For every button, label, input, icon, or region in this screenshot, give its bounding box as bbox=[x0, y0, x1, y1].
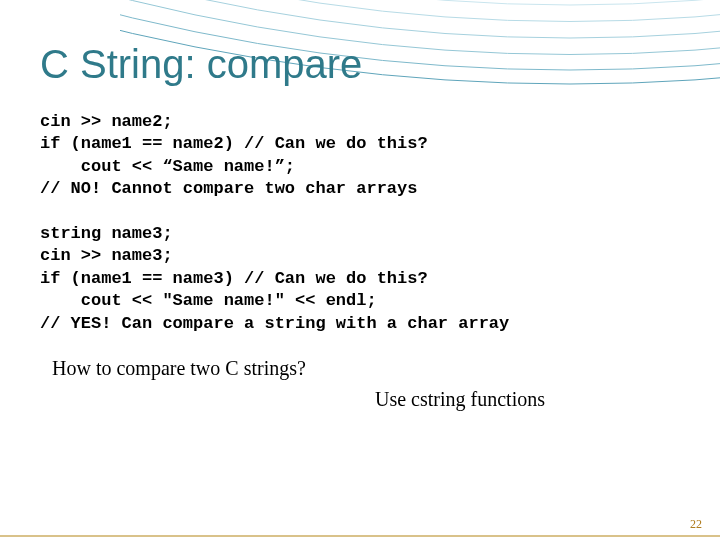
slide-title: C String: compare bbox=[40, 42, 680, 87]
question-text: How to compare two C strings? bbox=[52, 357, 680, 380]
code-block-1: cin >> name2; if (name1 == name2) // Can… bbox=[40, 111, 680, 201]
slide-content: C String: compare cin >> name2; if (name… bbox=[0, 0, 720, 411]
page-number: 22 bbox=[690, 517, 702, 532]
bottom-rule bbox=[0, 535, 720, 537]
answer-text: Use cstring functions bbox=[240, 388, 680, 411]
code-block-2: string name3; cin >> name3; if (name1 ==… bbox=[40, 223, 680, 335]
